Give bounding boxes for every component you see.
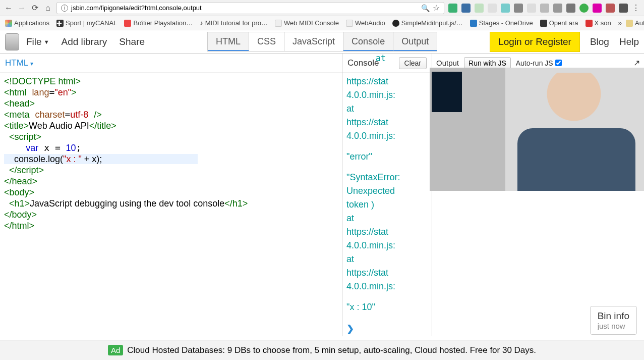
file-menu[interactable]: File▼ (26, 36, 49, 47)
jsbin-logo-icon[interactable] (5, 33, 19, 50)
ext-icon-12[interactable] (593, 4, 602, 13)
html-panel: HTML <!DOCTYPE html> <html lang="en"> <h… (0, 54, 342, 336)
html-editor[interactable]: <!DOCTYPE html> <html lang="en"> <head> … (0, 73, 342, 234)
bookmark-sport[interactable]: ✚Sport | myCANAL (56, 19, 117, 27)
back-icon[interactable]: ← (4, 4, 13, 13)
ext-icon-4[interactable] (488, 4, 497, 13)
bookmark-boitier[interactable]: Boîtier Playstation… (124, 19, 193, 27)
tab-js[interactable]: JavaScript (284, 32, 343, 52)
bookmark-simplemidi[interactable]: SimpleMidiInput.js/… (392, 19, 463, 27)
url-text: jsbin.com/fipigonela/edit?html,console,o… (71, 4, 202, 12)
add-library-menu[interactable]: Add library (62, 36, 107, 47)
forward-icon: → (17, 4, 26, 13)
search-in-page-icon[interactable]: 🔍 (421, 4, 430, 12)
console-prompt-icon[interactable]: ❯ (342, 321, 432, 336)
bin-info-time: just now (598, 322, 629, 330)
bookmark-autres[interactable]: Autres favoris (626, 19, 644, 27)
reload-icon[interactable]: ⟳ (30, 4, 39, 13)
bookmark-star-icon[interactable]: ☆ (433, 3, 440, 13)
ad-text: Cloud Hosted Databases: 9 DBs to choose … (127, 345, 536, 355)
help-link[interactable]: Help (619, 36, 639, 47)
bin-info-title: Bin info (598, 311, 629, 322)
blog-link[interactable]: Blog (590, 36, 609, 47)
jsbin-toolbar: File▼ Add library Share HTML CSS JavaScr… (0, 30, 644, 54)
html-panel-header[interactable]: HTML (0, 54, 342, 73)
console-label: Console (347, 58, 379, 68)
bookmark-xson[interactable]: X son (586, 19, 611, 27)
bin-info-box[interactable]: Bin info just now (590, 306, 637, 335)
webcam-overlay (430, 68, 644, 191)
autorun-toggle[interactable]: Auto-run JS (516, 59, 562, 67)
tab-console[interactable]: Console (343, 32, 393, 52)
bookmark-apps[interactable]: Applications (5, 19, 49, 27)
share-menu[interactable]: Share (119, 36, 145, 47)
ext-icon-13[interactable] (606, 4, 615, 13)
console-overflow-text: at (376, 54, 386, 63)
ext-icon-8[interactable] (540, 4, 549, 13)
panel-tabs: HTML CSS JavaScript Console Output (207, 32, 437, 52)
ext-icon-6[interactable] (514, 4, 523, 13)
console-panel: Consoleat Clear https://stat 4.0.0.min.j… (342, 54, 432, 336)
console-panel-header: Consoleat Clear (342, 54, 432, 73)
browser-toolbar: ← → ⟳ ⌂ i jsbin.com/fipigonela/edit?html… (0, 0, 644, 16)
extension-icons: ⋮ (448, 3, 640, 13)
ad-banner[interactable]: Ad Cloud Hosted Databases: 9 DBs to choo… (0, 340, 644, 360)
tab-html[interactable]: HTML (207, 32, 249, 52)
tab-css[interactable]: CSS (249, 32, 284, 52)
ext-icon-2[interactable] (461, 4, 471, 13)
ext-icon-3[interactable] (475, 4, 484, 13)
poster-image (432, 72, 462, 112)
console-output[interactable]: https://stat 4.0.0.min.js: at https://st… (342, 73, 432, 321)
ad-badge: Ad (108, 345, 123, 355)
bookmark-webmidi[interactable]: Web MIDI Console (275, 19, 339, 27)
ext-icon-11[interactable] (579, 4, 589, 13)
ext-icon-5[interactable] (501, 4, 510, 13)
bookmark-stages[interactable]: Stages - OneDrive (470, 19, 533, 27)
ext-icon-10[interactable] (566, 4, 575, 13)
run-button[interactable]: Run with JS (464, 57, 511, 69)
bookmark-overflow[interactable]: » (618, 19, 622, 27)
ext-icon-9[interactable] (553, 4, 562, 13)
popout-icon[interactable]: ↗ (633, 58, 640, 68)
tab-output[interactable]: Output (393, 32, 437, 52)
bookmark-midi-tut[interactable]: ♪MIDI tutorial for pro… (200, 19, 268, 27)
bookmark-openlara[interactable]: OpenLara (540, 19, 578, 27)
login-button[interactable]: Login or Register (490, 32, 580, 52)
url-bar[interactable]: i jsbin.com/fipigonela/edit?html,console… (56, 2, 444, 14)
bookmarks-bar: Applications ✚Sport | myCANAL Boîtier Pl… (0, 16, 644, 30)
ext-icon-1[interactable] (448, 4, 457, 13)
chrome-menu-icon[interactable]: ⋮ (632, 3, 640, 13)
output-label: Output (436, 59, 459, 67)
ext-icon-14[interactable] (619, 4, 628, 13)
site-info-icon[interactable]: i (61, 5, 68, 12)
home-icon[interactable]: ⌂ (43, 4, 52, 13)
bookmark-webaudio[interactable]: WebAudio (346, 19, 385, 27)
clear-button[interactable]: Clear (399, 57, 427, 69)
ext-icon-7[interactable] (527, 4, 536, 13)
